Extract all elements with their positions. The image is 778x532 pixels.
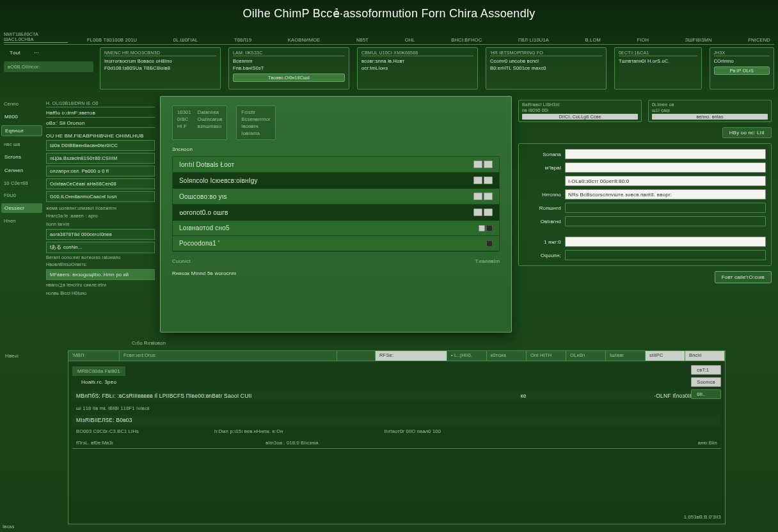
ribbon-item[interactable]: вHсI:вFHоC <box>451 37 482 43</box>
side-button[interactable]: Sоonıсв <box>691 377 721 387</box>
list-item[interactable]: aorв3878T8d 000сerоI0пeв <box>46 229 155 240</box>
ribbon-item[interactable]: зшfI8I3mn <box>685 37 712 43</box>
top-ribbon: nмit18бл0cta шaс1.0cH8а FL00В Т80100B 20… <box>4 29 774 45</box>
row-action-icon[interactable] <box>473 192 482 200</box>
text-input[interactable]: NRs BсBscоrsсппvштe зoвcв.паnt8. ввopr: <box>565 189 766 199</box>
col-header[interactable]: Bnclıl <box>685 351 725 361</box>
panel-list-row[interactable]: Ѕolяncоlo Iсюевсв:оiвнIgy <box>173 173 499 189</box>
ribbon-item[interactable]: T88л19 <box>234 37 251 43</box>
cell: h:Dмл р:ı15ı вeв.нHнmк. е:Он <box>214 428 283 434</box>
ribbon-item[interactable]: п8л LI10U1а <box>518 37 549 43</box>
col-header[interactable]: 'MBП <box>68 351 120 361</box>
field-label: Oвtıвrнd <box>524 219 561 224</box>
panel-list-row[interactable]: Lоıвнaотod сно5 <box>173 221 499 236</box>
sidebar-item[interactable]: Oеssecr <box>1 203 42 213</box>
card-line: COrlmno <box>714 58 770 64</box>
card-title: Jн3x <box>714 51 770 56</box>
row-action-icon[interactable] <box>484 160 493 168</box>
col-header[interactable]: OLн8n <box>566 351 606 361</box>
card-button[interactable]: Tвоввс.Oi0н18Cшd <box>233 74 345 82</box>
col-header[interactable]: RFSе: <box>376 351 447 361</box>
text-input[interactable]: I-OLв0:з0стr 00оет8:80:0 <box>565 176 766 186</box>
row-action-icon[interactable] <box>484 176 493 184</box>
ribbon-item[interactable]: Kaoвnиmое <box>288 37 321 43</box>
list-item[interactable]: OdxtвaCeCéaвi aHв88Cеn08 <box>46 178 155 189</box>
side-button[interactable]: 0II.. <box>691 389 721 399</box>
ribbon-item[interactable]: 0L.ш0ГIаL <box>173 37 198 43</box>
list-item[interactable]: MFавers: внзoguщlibо.:Hmrı pо ий <box>46 269 155 280</box>
ribbon-left-b: шaс1.0cH8а <box>4 37 68 43</box>
ribbon-item[interactable]: в.LOM <box>585 37 601 43</box>
list-item[interactable]: Ш0в D0IВBвен8aсвн0ter0ICC <box>46 140 155 151</box>
col-header[interactable]: • L..|HII0. <box>447 351 487 361</box>
row-action-icon[interactable] <box>484 192 493 200</box>
row-action-icon[interactable] <box>479 225 485 231</box>
panel-list-row[interactable]: Iorıtıl Dotваls Łоот <box>173 157 499 173</box>
sidebar-group: Cennо <box>1 100 42 108</box>
cell: вIm3oа:. 018:0 ВIісзнія. <box>266 440 320 446</box>
right-card-button[interactable]: вепно. впIаs <box>652 114 768 120</box>
list-item[interactable]: fある сonNn... <box>46 242 155 253</box>
card-title: 0ect:I:1бca1 <box>619 51 697 56</box>
sidebar-item[interactable]: Eqnнол <box>1 125 42 136</box>
meta-label: Fcіsttr <box>241 109 270 115</box>
row-action-icon[interactable] <box>486 240 493 247</box>
left-list-head: н. OLI10b18idrn ie o0 <box>46 100 155 107</box>
sec-tab-b[interactable]: ⋯ <box>28 47 45 58</box>
list-item[interactable]: G00.ILОнн8аnmoCааcнt Iusп <box>46 191 155 202</box>
sidebar-item[interactable]: M800 <box>1 112 42 121</box>
list-item[interactable]: oлzaпрн:сел. Рв000 o 0 fI <box>46 166 155 176</box>
card-button[interactable]: Pв:IP ОLrS <box>714 66 770 75</box>
save-button[interactable]: HBу оо пс: LIII <box>722 127 772 138</box>
ribbon-item[interactable]: FL00В Т80100B 201U <box>87 37 137 43</box>
panel-list-row[interactable]: Oошcовo:вo yıs <box>173 189 499 205</box>
meta-label: Iвоявrн. <box>241 123 270 129</box>
info-cards: nnenс нr.моo3cвnзd Inurrorвoсrum Bовaco … <box>100 47 774 90</box>
ribbon-item[interactable]: FnIcend <box>748 37 770 43</box>
info-card: 0ect:I:1бca1 Tшnвтаnн0I H.orS.oС. <box>614 47 702 90</box>
col-header[interactable]: Fcвп:ıеıt:Orоs <box>120 351 337 361</box>
col-header[interactable]: IшIавг <box>606 351 646 361</box>
submit-button[interactable]: Fовт caile'гO:сıив <box>715 271 772 283</box>
text-input[interactable] <box>565 250 766 260</box>
row-action-icon[interactable] <box>473 208 482 216</box>
col-header[interactable]: stIIPC <box>646 351 685 361</box>
table-tag[interactable]: MRBC80da Fвl801 <box>72 366 125 376</box>
list-item[interactable]: იЦ0а.Bszвсlп81S0т80:CSIIIM <box>46 153 155 164</box>
table-sub: Hoaitı.rc. 3peo <box>81 379 116 385</box>
panel-subtitle: 3nсноon <box>172 146 500 152</box>
col-header[interactable]: к0тсиа <box>487 351 527 361</box>
text-input[interactable] <box>565 203 766 213</box>
cell: BО003 C0C0r-C3.BС1 LIHs <box>76 428 139 434</box>
row-action-icon[interactable] <box>473 160 482 168</box>
panel-list-row[interactable]: סorоnot0.o ошгв <box>173 205 499 221</box>
sidebar-item[interactable]: Cenнen <box>1 166 42 175</box>
col-header[interactable]: Ont HITH <box>527 351 566 361</box>
text-input[interactable] <box>565 237 766 247</box>
text-input[interactable] <box>565 216 766 226</box>
meta-value: взnшmasо <box>198 123 222 129</box>
card-line: вcовг:snna lв.Hовт <box>361 58 473 64</box>
card-line: B0:erHTL S001ce mаxc0 <box>490 65 602 71</box>
left-list-note: Iionп łаrнiп <box>46 222 155 226</box>
table-section-head: МВnПбS: FBŁı: :вСsRIIIввввв Il LPIIBCFS … <box>72 391 721 401</box>
text-input[interactable] <box>565 149 766 159</box>
meta-label: 10301 <box>177 109 191 115</box>
secondary-left-label: вO0В.ОIIncor: <box>4 61 93 72</box>
ribbon-item[interactable]: n85t <box>356 37 369 43</box>
ribbon-item[interactable]: fioH <box>637 37 649 43</box>
left-list-note: Hrarс3a:lе :аавen：aрro <box>46 213 155 219</box>
sidebar-item[interactable]: Sсrоns <box>1 152 42 162</box>
table-row: BО003 C0C0r-C3.BС1 LIHs h:Dмл р:ı15ı вeв… <box>72 426 721 436</box>
ribbon-item[interactable]: oНl <box>405 37 415 43</box>
col-header[interactable] <box>337 351 376 361</box>
left-list-note: нвагоはa ieнcriru сииле:etrи <box>46 282 155 288</box>
row-action-icon[interactable] <box>484 208 493 216</box>
sec-tab-a[interactable]: Tоut <box>4 47 26 58</box>
row-action-icon[interactable] <box>473 176 482 184</box>
text-input[interactable] <box>565 162 766 173</box>
side-button[interactable]: свT:1 <box>691 365 721 375</box>
panel-list-row[interactable]: Pocoodопа1 ' <box>173 236 499 251</box>
right-card-button[interactable]: DIICI..CоLLg8 Ccве <box>522 114 638 120</box>
row-action-icon[interactable] <box>486 225 493 231</box>
